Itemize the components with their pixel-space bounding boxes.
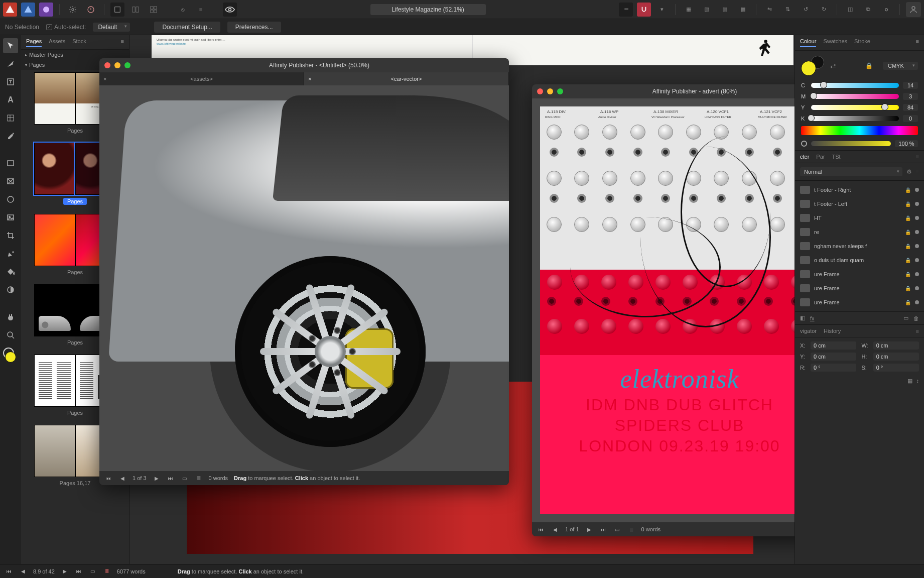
transform-w[interactable]: 0 cm xyxy=(873,341,919,350)
tab-history[interactable]: History xyxy=(824,328,841,334)
layer-row[interactable]: ngham never sleeps f 🔒 xyxy=(795,239,924,253)
lock-icon[interactable]: 🔒 xyxy=(905,201,911,207)
settings-icon[interactable] xyxy=(66,3,80,17)
channel-value-M[interactable]: 3 xyxy=(903,93,918,100)
layer-row[interactable]: re 🔒 xyxy=(795,225,924,239)
rotate-ccw-icon[interactable]: ↺ xyxy=(799,3,813,17)
delete-layer-icon[interactable]: 🗑 xyxy=(913,315,919,321)
color-swatch-pair[interactable] xyxy=(3,348,18,363)
node-tool[interactable] xyxy=(3,56,18,71)
tab-navigator[interactable]: vigator xyxy=(800,328,817,334)
close-icon[interactable] xyxy=(104,62,110,68)
transform-s[interactable]: 0 ° xyxy=(873,364,919,372)
doc-tab-assets[interactable]: ×<assets> xyxy=(99,72,304,85)
spread-icon[interactable]: ▭ xyxy=(89,567,97,575)
minimize-icon[interactable] xyxy=(114,62,120,68)
persona-designer[interactable] xyxy=(21,3,35,17)
font-style-dropdown[interactable]: Normal xyxy=(800,167,902,176)
panel-menu-icon[interactable]: ≡ xyxy=(916,169,919,175)
channel-value-C[interactable]: 14 xyxy=(903,82,918,89)
rotate-cw-icon[interactable]: ↻ xyxy=(817,3,831,17)
view-single-icon[interactable] xyxy=(110,3,124,17)
lock-icon[interactable]: 🔒 xyxy=(905,286,911,291)
auto-select-dropdown[interactable]: Default xyxy=(93,23,130,32)
layer-row[interactable]: o duis ut diam quam 🔒 xyxy=(795,253,924,267)
tab-swatches[interactable]: Swatches xyxy=(823,38,847,47)
panel-menu-icon[interactable]: ≡ xyxy=(121,38,124,47)
close-tab-icon[interactable]: × xyxy=(103,76,106,82)
hand-tool[interactable] xyxy=(3,309,18,324)
channel-value-K[interactable]: 0 xyxy=(903,115,918,122)
tab-colour[interactable]: Colour xyxy=(800,38,816,47)
arrange-front-icon[interactable]: ▩ xyxy=(736,3,750,17)
visibility-icon[interactable] xyxy=(915,202,919,206)
transform-x[interactable]: 0 cm xyxy=(811,341,856,350)
opacity-value[interactable]: 100 % xyxy=(895,140,918,147)
lock-icon[interactable]: 🔒 xyxy=(905,272,911,277)
tab-character[interactable]: cter xyxy=(800,154,809,160)
persona-publisher[interactable] xyxy=(3,3,17,17)
maximize-icon[interactable] xyxy=(557,88,563,94)
tab-textstyles[interactable]: TSt xyxy=(832,154,840,160)
visibility-icon[interactable] xyxy=(915,244,919,248)
layer-row[interactable]: t Footer - Left 🔒 xyxy=(795,197,924,211)
text-stats-icon[interactable]: ≣ xyxy=(195,474,203,482)
spread-icon[interactable]: ▭ xyxy=(181,474,189,482)
minimize-icon[interactable] xyxy=(547,88,553,94)
document-setup-button[interactable]: Document Setup... xyxy=(154,22,220,33)
window-controls[interactable] xyxy=(537,88,563,94)
snapping-icon[interactable] xyxy=(637,3,651,17)
layer-row[interactable]: ure Frame 🔒 xyxy=(795,267,924,281)
transform-h[interactable]: 0 cm xyxy=(873,353,919,361)
crop-tool[interactable] xyxy=(3,228,18,243)
pen-tool[interactable] xyxy=(3,246,18,261)
anchor-point-icon[interactable]: ▦ xyxy=(907,378,912,384)
lock-icon[interactable]: 🔒 xyxy=(865,62,873,69)
zoom-tool[interactable] xyxy=(3,327,18,342)
visibility-icon[interactable] xyxy=(915,286,919,290)
panel-menu-icon[interactable]: ≡ xyxy=(916,328,919,334)
ellipse-tool[interactable] xyxy=(3,192,18,207)
arrange-back-icon[interactable]: ▦ xyxy=(682,3,696,17)
transform-r[interactable]: 0 ° xyxy=(811,364,856,372)
lock-icon[interactable]: 🔒 xyxy=(905,300,911,305)
next-page-icon[interactable]: ▶ xyxy=(585,525,593,533)
text-stats-icon[interactable]: ≣ xyxy=(627,525,635,533)
last-page-icon[interactable]: ⏭ xyxy=(167,474,175,482)
layer-row[interactable]: t Footer - Right 🔒 xyxy=(795,183,924,197)
layers-list[interactable]: t Footer - Right 🔒 t Footer - Left 🔒 HT … xyxy=(795,181,924,311)
text-stats-icon[interactable]: ≣ xyxy=(103,567,111,575)
channel-slider-Y[interactable] xyxy=(811,105,899,110)
layer-row[interactable]: ure Frame 🔒 xyxy=(795,281,924,295)
prev-page-icon[interactable]: ◀ xyxy=(551,525,559,533)
snapping-options-icon[interactable]: ▾ xyxy=(655,3,669,17)
close-tab-icon[interactable]: × xyxy=(308,76,311,82)
fill-stroke-swatch[interactable] xyxy=(801,56,824,76)
preview-icon[interactable] xyxy=(223,3,237,17)
view-split-icon[interactable] xyxy=(128,3,143,17)
first-page-icon[interactable]: ⏮ xyxy=(537,525,545,533)
visibility-icon[interactable] xyxy=(915,216,919,220)
tab-stock[interactable]: Stock xyxy=(72,38,86,47)
channel-slider-C[interactable] xyxy=(811,83,899,88)
visibility-icon[interactable] xyxy=(915,230,919,234)
prev-page-icon[interactable]: ◀ xyxy=(118,474,126,482)
add-layer-icon[interactable]: ▭ xyxy=(903,315,908,321)
swap-colours-icon[interactable]: ⇄ xyxy=(830,62,836,70)
rectangle-tool[interactable] xyxy=(3,156,18,171)
lock-icon[interactable]: 🔒 xyxy=(905,258,911,263)
last-page-icon[interactable]: ⏭ xyxy=(599,525,607,533)
prev-page-icon[interactable]: ◀ xyxy=(19,567,27,575)
auto-select-checkbox[interactable]: ✓ Auto-select: xyxy=(46,24,86,31)
preflight-icon[interactable] xyxy=(84,3,98,17)
lock-icon[interactable]: 🔒 xyxy=(905,215,911,221)
layer-opacity-icon[interactable]: ◧ xyxy=(800,315,805,321)
eyedropper-tool[interactable] xyxy=(3,129,18,144)
layer-row[interactable]: HT 🔒 xyxy=(795,211,924,225)
last-page-icon[interactable]: ⏭ xyxy=(75,567,83,575)
next-page-icon[interactable]: ▶ xyxy=(153,474,161,482)
table-tool[interactable] xyxy=(3,110,18,126)
place-image-tool[interactable] xyxy=(3,210,18,225)
fill-tool[interactable] xyxy=(3,264,18,279)
tab-paragraph[interactable]: Par xyxy=(816,154,825,160)
